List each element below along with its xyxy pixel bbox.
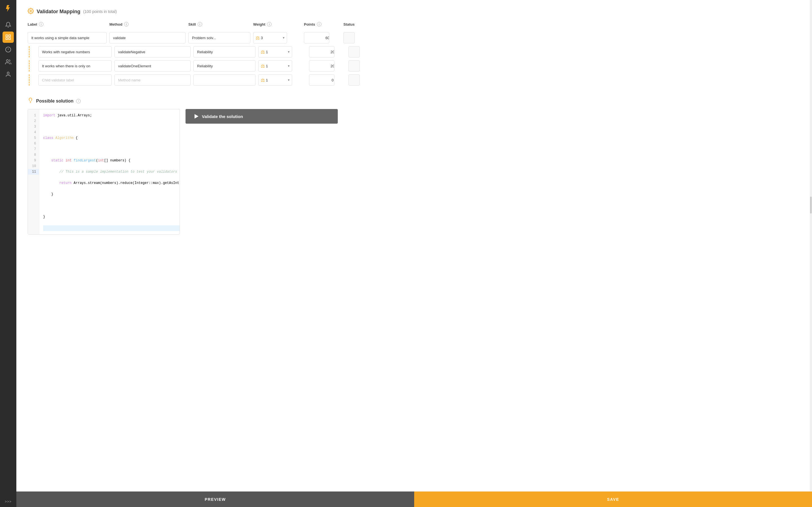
method-input-1[interactable] bbox=[109, 32, 186, 43]
weight-icon-1: ⚖ bbox=[256, 35, 260, 41]
save-button[interactable]: SAVE bbox=[414, 492, 812, 507]
line-numbers: 1 2 3 4 5 6 7 8 9 10 11 bbox=[28, 109, 39, 234]
label-cell-1 bbox=[28, 32, 109, 43]
label-input-4[interactable] bbox=[38, 74, 112, 86]
solution-section: Possible solution i 1 2 3 4 5 6 7 bbox=[28, 98, 801, 235]
svg-rect-3 bbox=[9, 35, 10, 37]
skill-cell-4 bbox=[193, 74, 258, 86]
svg-rect-4 bbox=[6, 38, 8, 40]
col-header-skill: Skill i bbox=[188, 22, 253, 26]
status-box-1 bbox=[343, 32, 355, 43]
weight-icon-3: ⚖ bbox=[261, 63, 265, 69]
label-input-1[interactable] bbox=[28, 32, 107, 43]
line-num-2: 2 bbox=[28, 118, 39, 124]
col-header-points: Points i bbox=[304, 22, 343, 26]
sidebar-icon-team[interactable] bbox=[3, 56, 14, 68]
bulb-icon bbox=[28, 98, 33, 105]
play-icon bbox=[195, 114, 199, 119]
points-cell-3: ▲ ▼ bbox=[309, 60, 349, 71]
weight-dropdown-1[interactable]: ▾ bbox=[283, 36, 285, 40]
points-wrap-2: ▲ ▼ bbox=[309, 46, 335, 57]
sidebar-icon-profile[interactable] bbox=[3, 69, 14, 80]
weight-cell-3: ⚖ 1 ▾ bbox=[258, 60, 309, 71]
weight-badge-3[interactable]: ⚖ 1 ▾ bbox=[258, 60, 292, 71]
solution-body: 1 2 3 4 5 6 7 8 9 10 11 import java bbox=[28, 109, 801, 235]
scrollbar[interactable] bbox=[810, 0, 812, 491]
points-input-1[interactable] bbox=[304, 36, 329, 40]
method-input-2[interactable] bbox=[114, 46, 191, 57]
method-cell-4 bbox=[114, 74, 193, 86]
line-num-3: 3 bbox=[28, 124, 39, 129]
status-box-3 bbox=[349, 60, 360, 71]
label-info-icon[interactable]: i bbox=[39, 22, 43, 26]
method-info-icon[interactable]: i bbox=[124, 22, 129, 26]
code-line-4 bbox=[43, 147, 180, 152]
line-num-11: 11 bbox=[28, 169, 39, 175]
skill-info-icon[interactable]: i bbox=[198, 22, 202, 26]
sidebar-icon-notifications[interactable] bbox=[3, 19, 14, 31]
validate-btn-label: Validate the solution bbox=[202, 114, 243, 119]
page-title: Validator Mapping bbox=[37, 9, 80, 15]
label-input-2[interactable] bbox=[38, 46, 112, 57]
weight-icon-4: ⚖ bbox=[261, 77, 265, 83]
method-cell-1 bbox=[109, 32, 188, 43]
preview-button[interactable]: PREVIEW bbox=[16, 492, 414, 507]
line-num-1: 1 bbox=[28, 113, 39, 118]
weight-badge-4[interactable]: ⚖ 1 ▾ bbox=[258, 74, 292, 86]
skill-input-2[interactable] bbox=[193, 46, 255, 57]
status-cell-3 bbox=[349, 60, 377, 71]
line-num-8: 8 bbox=[28, 152, 39, 158]
points-input-3[interactable] bbox=[309, 64, 335, 68]
code-content[interactable]: import java.util.Arrays; class Algorithm… bbox=[39, 109, 180, 234]
scrollbar-thumb[interactable] bbox=[810, 196, 812, 214]
sidebar-expand[interactable]: >>> bbox=[5, 500, 11, 504]
svg-point-9 bbox=[6, 60, 8, 62]
skill-input-4[interactable] bbox=[193, 74, 255, 86]
section-header: Validator Mapping (100 points in total) bbox=[28, 8, 801, 15]
weight-badge-2[interactable]: ⚖ 1 ▾ bbox=[258, 46, 292, 57]
points-input-2[interactable] bbox=[309, 50, 335, 54]
gear-icon bbox=[28, 8, 34, 15]
weight-dropdown-2[interactable]: ▾ bbox=[288, 50, 290, 54]
label-input-3[interactable] bbox=[38, 60, 112, 71]
app-logo[interactable] bbox=[3, 3, 13, 13]
line-num-6: 6 bbox=[28, 141, 39, 147]
points-info-icon[interactable]: i bbox=[317, 22, 321, 26]
method-cell-3 bbox=[114, 60, 193, 71]
label-cell-3 bbox=[33, 60, 114, 71]
method-input-4[interactable] bbox=[114, 74, 191, 86]
weight-info-icon[interactable]: i bbox=[267, 22, 271, 26]
solution-info-icon[interactable]: i bbox=[76, 99, 81, 103]
status-cell-4 bbox=[349, 74, 377, 86]
page-subtitle: (100 points in total) bbox=[83, 9, 117, 14]
main-content: Validator Mapping (100 points in total) … bbox=[16, 0, 812, 507]
col-header-label: Label i bbox=[28, 22, 109, 26]
status-box-4 bbox=[349, 74, 360, 86]
label-cell-2 bbox=[33, 46, 114, 57]
footer: PREVIEW SAVE bbox=[16, 491, 812, 507]
sidebar-icon-dashboard[interactable] bbox=[3, 32, 14, 43]
line-num-9: 9 bbox=[28, 158, 39, 163]
weight-icon-2: ⚖ bbox=[261, 49, 265, 55]
weight-dropdown-3[interactable]: ▾ bbox=[288, 64, 290, 68]
weight-value-4: 1 bbox=[266, 78, 287, 82]
weight-badge-1[interactable]: ⚖ 3 ▾ bbox=[253, 32, 287, 43]
weight-dropdown-4[interactable]: ▾ bbox=[288, 78, 290, 82]
points-cell-2: ▲ ▼ bbox=[309, 46, 349, 57]
skill-input-1[interactable] bbox=[188, 32, 250, 43]
skill-cell-1 bbox=[188, 32, 253, 43]
sidebar-icon-alerts[interactable] bbox=[3, 44, 14, 55]
validate-solution-button[interactable]: Validate the solution bbox=[186, 109, 338, 124]
status-box-2 bbox=[349, 46, 360, 57]
skill-cell-2 bbox=[193, 46, 258, 57]
points-input-4[interactable] bbox=[309, 78, 335, 82]
svg-rect-2 bbox=[6, 35, 8, 37]
code-line-11 bbox=[43, 225, 180, 231]
solution-header: Possible solution i bbox=[28, 98, 801, 105]
method-input-3[interactable] bbox=[114, 60, 191, 71]
line-num-7: 7 bbox=[28, 147, 39, 152]
points-cell-1: ▲ ▼ bbox=[304, 32, 343, 43]
skill-input-3[interactable] bbox=[193, 60, 255, 71]
table-row: ⚖ 1 ▾ ▲ ▼ bbox=[28, 46, 801, 57]
code-editor[interactable]: 1 2 3 4 5 6 7 8 9 10 11 import java bbox=[28, 109, 180, 235]
